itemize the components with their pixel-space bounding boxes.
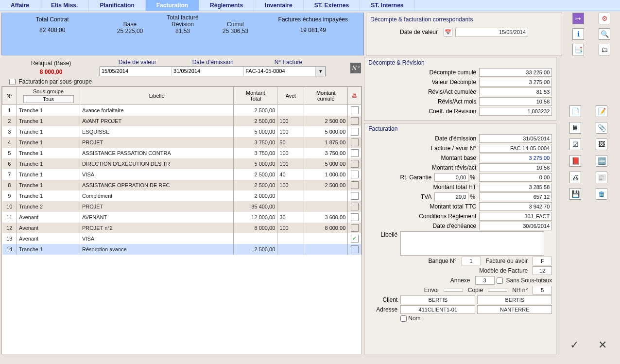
sans-soustotaux-checkbox[interactable] xyxy=(497,277,503,284)
export-icon[interactable]: ↦ xyxy=(572,13,584,24)
image-icon[interactable]: 🖼 xyxy=(596,139,607,150)
na-button[interactable]: N⁺ xyxy=(350,63,361,73)
list-icon[interactable]: 🗂 xyxy=(599,44,610,55)
decompte-value: 3 275,00 xyxy=(479,78,552,87)
date-valeur-value[interactable]: 15/05/2014 xyxy=(455,28,528,36)
row-checkbox[interactable] xyxy=(351,245,359,253)
table-row[interactable]: 12AvenantPROJET n°28 000,001008 000,00 xyxy=(2,223,362,233)
tab-rglements[interactable]: Règlements xyxy=(199,0,254,11)
rt-garantie-val[interactable]: 0,00 xyxy=(479,173,552,182)
copie-field[interactable] xyxy=(488,289,507,292)
annexe-field[interactable]: 3 xyxy=(475,276,495,285)
calculator-icon[interactable]: 🖩 xyxy=(569,122,581,134)
correspondants-panel: Décompte & facturation correspondants Da… xyxy=(366,13,562,55)
sous-groupe-label: Facturation par sous-groupe xyxy=(18,78,92,85)
pdf-icon[interactable]: 📕 xyxy=(569,155,581,167)
row-checkbox[interactable] xyxy=(351,181,359,189)
attach-icon[interactable]: 📎 xyxy=(596,122,607,134)
tab-stexternes[interactable]: ST. Externes xyxy=(304,0,360,11)
table-row[interactable]: 5Tranche 1ASSISTANCE PASSATION CONTRA3 7… xyxy=(2,148,362,158)
export-pdf-icon[interactable]: 📰 xyxy=(596,172,607,183)
tva-pct[interactable]: 20,0 xyxy=(434,192,468,201)
table-row[interactable]: 13AvenantVISA xyxy=(2,233,362,244)
row-checkbox[interactable] xyxy=(351,203,359,210)
printer-icon[interactable]: 🖶 xyxy=(352,93,357,99)
adresse-field-1[interactable]: 411CLIENT1-01 xyxy=(400,305,475,314)
top-icon-rail: ↦⚙ ℹ🔍 📑🗂 xyxy=(564,13,619,55)
confirm-button[interactable]: ✓ xyxy=(570,339,579,351)
row-checkbox[interactable] xyxy=(351,106,359,114)
client-field-1[interactable]: BERTIS xyxy=(400,295,475,304)
echeance-field[interactable]: 30/06/2014 xyxy=(479,222,552,230)
check-doc-icon[interactable]: ☑ xyxy=(569,139,581,150)
row-checkbox[interactable] xyxy=(351,192,359,200)
tab-facturation[interactable]: Facturation xyxy=(146,0,199,11)
row-checkbox[interactable] xyxy=(351,117,359,125)
banque-field[interactable]: 1 xyxy=(462,257,481,265)
chevron-down-icon[interactable]: ▾ xyxy=(316,67,326,76)
libelle-field[interactable] xyxy=(400,231,544,256)
settings-icon[interactable]: ⚙ xyxy=(599,13,610,24)
modele-field[interactable]: 12 xyxy=(533,266,552,275)
edit-doc-icon[interactable]: 📝 xyxy=(596,105,607,117)
montant-base-field[interactable]: 3 275,00 xyxy=(479,154,552,162)
row-checkbox[interactable] xyxy=(351,160,359,168)
row-checkbox[interactable] xyxy=(351,213,359,221)
col-print[interactable]: 🖶 xyxy=(348,87,362,105)
row-checkbox[interactable] xyxy=(351,171,359,178)
nh-field[interactable]: 5 xyxy=(533,286,552,295)
table-row[interactable]: 8Tranche 1ASSISTANCE OPERATION DE REC2 5… xyxy=(2,180,362,191)
new-doc-icon[interactable]: 📄 xyxy=(569,105,581,117)
facture-combo[interactable]: 15/05/2014 31/05/2014 FAC-14-05-0004 ▾ xyxy=(100,67,326,76)
client-field-2[interactable]: BERTIS xyxy=(477,295,552,304)
report-icon[interactable]: 📑 xyxy=(572,44,584,55)
date-emission-field[interactable]: 31/05/2014 xyxy=(479,134,552,143)
tab-inventaire[interactable]: Inventaire xyxy=(254,0,304,11)
adresse-field-2[interactable]: NANTERRE xyxy=(477,305,552,314)
row-checkbox[interactable] xyxy=(351,139,359,146)
table-row[interactable]: 11AvenantAVENANT12 000,00303 600,00 xyxy=(2,212,362,223)
table-row[interactable]: 7Tranche 1VISA2 500,00401 000,00 xyxy=(2,169,362,180)
date-valeur-label: Date de valeur xyxy=(400,29,441,35)
table-row[interactable]: 4Tranche 1PROJET3 750,00501 875,00 xyxy=(2,137,362,148)
calendar-icon[interactable]: 📅 xyxy=(444,28,452,36)
table-row[interactable]: 2Tranche 1AVANT PROJET2 500,001002 500,0… xyxy=(2,116,362,126)
reliquat-label: Reliquat (Base) xyxy=(2,60,100,67)
annexe-label: Annexe xyxy=(448,277,473,284)
sousgroupe-select[interactable]: Tous xyxy=(23,95,74,103)
montant-ttc-field: 3 942,70 xyxy=(479,202,552,211)
combo-date-valeur: 15/05/2014 xyxy=(100,67,172,76)
text-icon[interactable]: 🔤 xyxy=(596,155,607,167)
cancel-button[interactable]: ✕ xyxy=(598,339,607,351)
tab-affaire[interactable]: Affaire xyxy=(0,0,40,11)
row-checkbox[interactable] xyxy=(351,128,359,136)
row-checkbox[interactable] xyxy=(351,224,359,232)
nom-checkbox[interactable] xyxy=(400,315,407,322)
print-icon[interactable]: 🖨 xyxy=(569,172,581,183)
tab-eltsmiss[interactable]: Elts Miss. xyxy=(40,0,89,11)
total-contrat: Total Contrat 82 400,00 xyxy=(2,13,103,55)
save-icon[interactable]: 💾 xyxy=(569,188,581,200)
tab-planification[interactable]: Planification xyxy=(89,0,145,11)
facture-num-field[interactable]: FAC-14-05-0004 xyxy=(479,144,552,153)
info-icon[interactable]: ℹ xyxy=(572,28,584,40)
search-icon[interactable]: 🔍 xyxy=(599,28,610,40)
rt-garantie-pct[interactable]: 0,00 xyxy=(434,173,468,182)
facture-avoir-field[interactable]: F xyxy=(533,257,552,265)
left-column: Reliquat (Base) 8 000,00 Date de valeur … xyxy=(1,57,362,354)
montant-revis-field[interactable]: 10,58 xyxy=(479,163,552,172)
table-row[interactable]: 10Tranche 2PROJET35 400,00 xyxy=(2,201,362,212)
table-row[interactable]: 14Tranche 1Résorption avance- 2 500,00 xyxy=(2,244,362,255)
row-checkbox[interactable] xyxy=(351,235,359,243)
table-row[interactable]: 6Tranche 1DIRECTION D'EXECUTION DES TR5 … xyxy=(2,158,362,169)
table-row[interactable]: 3Tranche 1ESQUISSE5 000,001005 000,00 xyxy=(2,126,362,137)
table-row[interactable]: 9Tranche 1Complément2 000,00 xyxy=(2,191,362,201)
table-row[interactable]: 1Tranche 1Avance forfaitaire2 500,00 xyxy=(2,105,362,116)
row-checkbox[interactable] xyxy=(351,149,359,157)
database-icon[interactable]: 🗑 xyxy=(596,188,607,200)
sous-groupe-checkbox[interactable] xyxy=(9,79,16,85)
tab-stinternes[interactable]: ST. Internes xyxy=(360,0,414,11)
envoi-field[interactable] xyxy=(444,289,463,292)
col-sousgroupe[interactable]: Sous-groupeTous xyxy=(17,87,80,105)
conditions-field[interactable]: 30J_FACT xyxy=(479,212,552,221)
